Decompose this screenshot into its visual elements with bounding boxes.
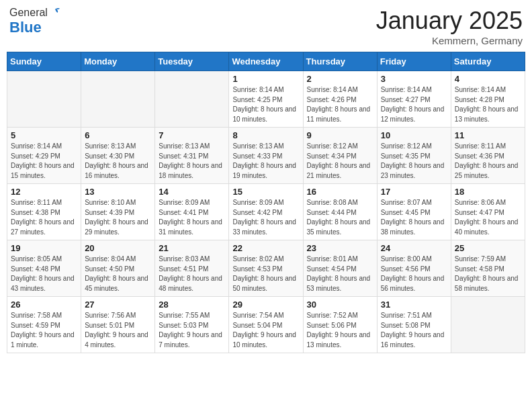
logo: General Blue	[9, 7, 61, 36]
calendar-day-header: Wednesday	[229, 52, 303, 71]
calendar-cell: 3Sunrise: 8:14 AM Sunset: 4:27 PM Daylig…	[377, 71, 451, 128]
calendar-cell: 4Sunrise: 8:14 AM Sunset: 4:28 PM Daylig…	[451, 71, 525, 128]
calendar-cell: 21Sunrise: 8:03 AM Sunset: 4:51 PM Dayli…	[155, 240, 229, 297]
calendar-cell: 16Sunrise: 8:08 AM Sunset: 4:44 PM Dayli…	[303, 184, 377, 240]
day-number: 11	[455, 130, 521, 140]
calendar-cell: 6Sunrise: 8:13 AM Sunset: 4:30 PM Daylig…	[81, 128, 155, 184]
logo-bird-icon	[49, 7, 61, 19]
day-number: 15	[232, 187, 299, 197]
day-info: Sunrise: 7:58 AM Sunset: 4:59 PM Dayligh…	[11, 311, 77, 350]
day-number: 4	[455, 74, 521, 84]
calendar-week-row: 12Sunrise: 8:11 AM Sunset: 4:38 PM Dayli…	[7, 184, 525, 240]
calendar-day-header: Friday	[377, 52, 451, 71]
day-info: Sunrise: 7:59 AM Sunset: 4:58 PM Dayligh…	[455, 255, 521, 293]
day-info: Sunrise: 8:13 AM Sunset: 4:31 PM Dayligh…	[159, 142, 225, 181]
title-block: January 2025 Kemmern, Germany	[376, 7, 523, 46]
day-number: 28	[159, 300, 225, 310]
day-info: Sunrise: 8:04 AM Sunset: 4:50 PM Dayligh…	[85, 255, 151, 293]
calendar-body: 1Sunrise: 8:14 AM Sunset: 4:25 PM Daylig…	[7, 71, 525, 353]
calendar-cell: 28Sunrise: 7:55 AM Sunset: 5:03 PM Dayli…	[155, 297, 229, 353]
day-number: 29	[232, 300, 299, 310]
calendar-cell: 24Sunrise: 8:00 AM Sunset: 4:56 PM Dayli…	[377, 240, 451, 297]
day-info: Sunrise: 7:55 AM Sunset: 5:03 PM Dayligh…	[159, 311, 225, 350]
calendar-table: SundayMondayTuesdayWednesdayThursdayFrid…	[7, 52, 525, 353]
calendar-header-row: SundayMondayTuesdayWednesdayThursdayFrid…	[7, 52, 525, 71]
day-info: Sunrise: 8:13 AM Sunset: 4:30 PM Dayligh…	[85, 142, 151, 181]
day-info: Sunrise: 8:12 AM Sunset: 4:35 PM Dayligh…	[381, 142, 447, 181]
day-number: 9	[307, 130, 373, 140]
day-info: Sunrise: 7:51 AM Sunset: 5:08 PM Dayligh…	[381, 311, 447, 350]
day-info: Sunrise: 8:14 AM Sunset: 4:29 PM Dayligh…	[11, 142, 77, 181]
day-number: 26	[11, 300, 77, 310]
calendar-day-header: Tuesday	[155, 52, 229, 71]
calendar-day-header: Saturday	[451, 52, 525, 71]
day-info: Sunrise: 8:14 AM Sunset: 4:25 PM Dayligh…	[232, 85, 299, 124]
calendar-cell	[451, 297, 525, 353]
calendar-cell: 20Sunrise: 8:04 AM Sunset: 4:50 PM Dayli…	[81, 240, 155, 297]
calendar-cell: 22Sunrise: 8:02 AM Sunset: 4:53 PM Dayli…	[229, 240, 303, 297]
calendar-day-header: Thursday	[303, 52, 377, 71]
calendar-cell: 25Sunrise: 7:59 AM Sunset: 4:58 PM Dayli…	[451, 240, 525, 297]
day-info: Sunrise: 8:05 AM Sunset: 4:48 PM Dayligh…	[11, 255, 77, 293]
day-info: Sunrise: 8:14 AM Sunset: 4:28 PM Dayligh…	[455, 85, 521, 124]
calendar-cell: 11Sunrise: 8:11 AM Sunset: 4:36 PM Dayli…	[451, 128, 525, 184]
calendar-week-row: 19Sunrise: 8:05 AM Sunset: 4:48 PM Dayli…	[7, 240, 525, 297]
day-number: 14	[159, 187, 225, 197]
calendar-cell	[81, 71, 155, 128]
calendar-week-row: 1Sunrise: 8:14 AM Sunset: 4:25 PM Daylig…	[7, 71, 525, 128]
day-number: 16	[307, 187, 373, 197]
day-info: Sunrise: 8:01 AM Sunset: 4:54 PM Dayligh…	[307, 255, 373, 293]
calendar-cell: 15Sunrise: 8:09 AM Sunset: 4:42 PM Dayli…	[229, 184, 303, 240]
calendar-cell: 31Sunrise: 7:51 AM Sunset: 5:08 PM Dayli…	[377, 297, 451, 353]
day-number: 7	[159, 130, 225, 140]
calendar-cell: 30Sunrise: 7:52 AM Sunset: 5:06 PM Dayli…	[303, 297, 377, 353]
day-number: 12	[11, 187, 77, 197]
day-number: 10	[381, 130, 447, 140]
day-number: 5	[11, 130, 77, 140]
day-number: 31	[381, 300, 447, 310]
day-number: 27	[85, 300, 151, 310]
day-info: Sunrise: 8:14 AM Sunset: 4:26 PM Dayligh…	[307, 85, 373, 124]
calendar-cell: 8Sunrise: 8:13 AM Sunset: 4:33 PM Daylig…	[229, 128, 303, 184]
calendar-cell: 1Sunrise: 8:14 AM Sunset: 4:25 PM Daylig…	[229, 71, 303, 128]
day-number: 19	[11, 243, 77, 253]
logo-general-text: General	[9, 7, 48, 19]
calendar-cell: 5Sunrise: 8:14 AM Sunset: 4:29 PM Daylig…	[7, 128, 81, 184]
day-number: 21	[159, 243, 225, 253]
day-info: Sunrise: 8:02 AM Sunset: 4:53 PM Dayligh…	[232, 255, 299, 293]
calendar-cell: 18Sunrise: 8:06 AM Sunset: 4:47 PM Dayli…	[451, 184, 525, 240]
day-number: 25	[455, 243, 521, 253]
page-header: General Blue January 2025 Kemmern, Germa…	[7, 7, 525, 46]
logo-blue-text: Blue	[9, 19, 42, 36]
calendar-cell: 19Sunrise: 8:05 AM Sunset: 4:48 PM Dayli…	[7, 240, 81, 297]
month-title: January 2025	[376, 7, 523, 35]
calendar-cell: 2Sunrise: 8:14 AM Sunset: 4:26 PM Daylig…	[303, 71, 377, 128]
day-info: Sunrise: 8:10 AM Sunset: 4:39 PM Dayligh…	[85, 198, 151, 237]
day-number: 2	[307, 74, 373, 84]
calendar-cell: 17Sunrise: 8:07 AM Sunset: 4:45 PM Dayli…	[377, 184, 451, 240]
day-number: 3	[381, 74, 447, 84]
day-info: Sunrise: 7:54 AM Sunset: 5:04 PM Dayligh…	[232, 311, 299, 350]
day-info: Sunrise: 8:14 AM Sunset: 4:27 PM Dayligh…	[381, 85, 447, 124]
day-info: Sunrise: 8:07 AM Sunset: 4:45 PM Dayligh…	[381, 198, 447, 237]
day-info: Sunrise: 8:09 AM Sunset: 4:41 PM Dayligh…	[159, 198, 225, 237]
day-number: 13	[85, 187, 151, 197]
day-number: 18	[455, 187, 521, 197]
day-info: Sunrise: 8:00 AM Sunset: 4:56 PM Dayligh…	[381, 255, 447, 293]
day-number: 24	[381, 243, 447, 253]
day-info: Sunrise: 8:12 AM Sunset: 4:34 PM Dayligh…	[307, 142, 373, 181]
calendar-week-row: 5Sunrise: 8:14 AM Sunset: 4:29 PM Daylig…	[7, 128, 525, 184]
calendar-cell: 29Sunrise: 7:54 AM Sunset: 5:04 PM Dayli…	[229, 297, 303, 353]
day-number: 1	[232, 74, 299, 84]
day-info: Sunrise: 7:52 AM Sunset: 5:06 PM Dayligh…	[307, 311, 373, 350]
calendar-cell: 27Sunrise: 7:56 AM Sunset: 5:01 PM Dayli…	[81, 297, 155, 353]
day-number: 22	[232, 243, 299, 253]
day-number: 6	[85, 130, 151, 140]
day-number: 30	[307, 300, 373, 310]
day-info: Sunrise: 8:06 AM Sunset: 4:47 PM Dayligh…	[455, 198, 521, 237]
day-info: Sunrise: 8:08 AM Sunset: 4:44 PM Dayligh…	[307, 198, 373, 237]
day-number: 8	[232, 130, 299, 140]
calendar-cell: 23Sunrise: 8:01 AM Sunset: 4:54 PM Dayli…	[303, 240, 377, 297]
day-info: Sunrise: 8:11 AM Sunset: 4:38 PM Dayligh…	[11, 198, 77, 237]
day-number: 23	[307, 243, 373, 253]
